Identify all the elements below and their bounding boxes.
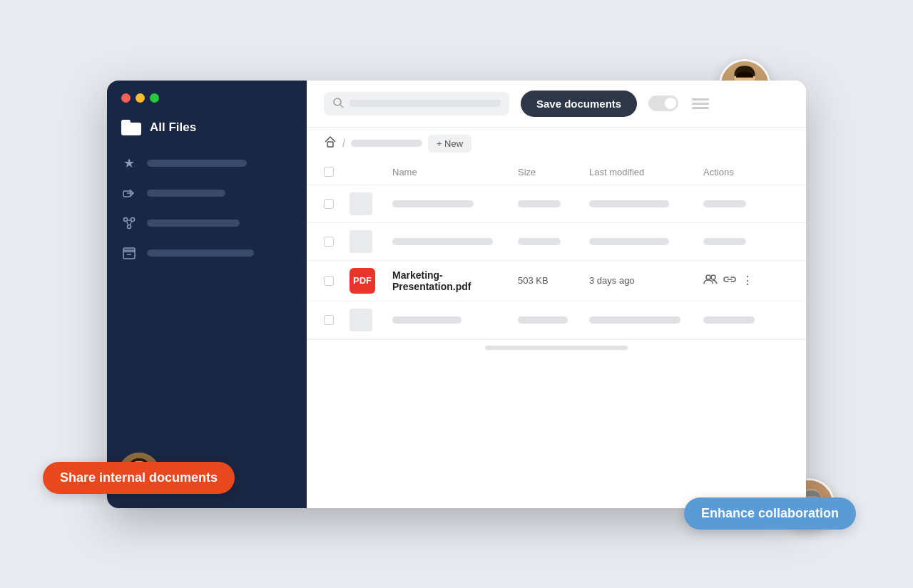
more-options-icon[interactable]: ⋮	[742, 274, 753, 287]
toolbar-line	[692, 107, 709, 109]
main-toolbar: Save documents	[307, 81, 806, 128]
breadcrumb-separator: /	[342, 138, 345, 149]
table-row[interactable]	[307, 223, 806, 261]
row-name	[392, 316, 461, 324]
row-thumbnail	[350, 309, 372, 331]
pdf-file-row[interactable]: PDF Marketing-Presentation.pdf 503 KB 3 …	[307, 261, 806, 301]
table-row[interactable]	[307, 301, 806, 339]
row-size	[518, 316, 568, 324]
svg-point-19	[128, 225, 131, 228]
traffic-red[interactable]	[121, 93, 131, 103]
sidebar-all-files[interactable]: All Files	[107, 113, 307, 148]
pdf-size: 503 KB	[518, 275, 589, 286]
svg-line-21	[126, 221, 128, 225]
row-date	[589, 316, 680, 324]
file-table: Name Size Last modified Actions	[307, 160, 806, 508]
svg-point-35	[334, 98, 341, 105]
sidebar-item-label	[147, 160, 247, 167]
toolbar-lines	[690, 96, 711, 111]
svg-line-36	[340, 105, 343, 108]
col-name-header: Name	[392, 167, 518, 177]
folder-icon	[121, 120, 141, 135]
browser-window: All Files ★	[107, 81, 806, 508]
svg-line-22	[130, 221, 132, 225]
share-in-icon	[121, 215, 137, 231]
sidebar: All Files ★	[107, 81, 307, 508]
search-icon	[332, 97, 344, 110]
svg-point-17	[124, 217, 128, 221]
save-documents-button[interactable]: Save documents	[521, 91, 637, 117]
row-checkbox[interactable]	[324, 315, 334, 325]
row-actions	[703, 238, 746, 245]
row-checkbox[interactable]	[324, 237, 334, 247]
traffic-green[interactable]	[150, 93, 159, 103]
scrollbar-area	[307, 339, 806, 356]
table-header: Name Size Last modified Actions	[307, 160, 806, 185]
svg-point-18	[131, 217, 135, 221]
traffic-lights	[107, 81, 307, 113]
share-internal-badge: Share internal documents	[43, 462, 235, 494]
search-bar[interactable]	[324, 92, 509, 115]
share-users-icon[interactable]	[703, 274, 718, 288]
sidebar-item-label	[147, 249, 254, 257]
new-button[interactable]: + New	[428, 135, 471, 153]
toolbar-line	[692, 103, 709, 105]
pdf-actions: ⋮	[703, 274, 789, 288]
star-icon: ★	[121, 155, 137, 171]
toolbar-line	[692, 98, 709, 100]
sidebar-item-vault[interactable]	[121, 238, 292, 268]
main-content: Save documents / + New	[307, 81, 806, 508]
home-icon[interactable]	[324, 135, 337, 151]
sidebar-item-label	[147, 220, 240, 227]
sidebar-item-starred[interactable]: ★	[121, 148, 292, 178]
row-date	[589, 200, 669, 207]
breadcrumb: / + New	[307, 128, 806, 160]
breadcrumb-path	[351, 140, 422, 147]
select-all-checkbox[interactable]	[324, 167, 334, 177]
row-thumbnail	[350, 192, 372, 215]
row-actions	[703, 316, 755, 324]
sidebar-item-shared-out[interactable]	[121, 178, 292, 208]
enhance-collab-badge: Enhance collaboration	[684, 497, 856, 530]
row-checkbox[interactable]	[324, 199, 334, 209]
row-size	[518, 238, 561, 245]
col-size-header: Size	[518, 167, 589, 177]
share-out-icon	[121, 185, 137, 201]
pdf-date: 3 days ago	[589, 275, 703, 286]
sidebar-item-shared-in[interactable]	[121, 208, 292, 238]
pdf-filename: Marketing-Presentation.pdf	[392, 269, 518, 292]
all-files-label: All Files	[150, 120, 196, 135]
svg-point-38	[706, 275, 710, 279]
row-name	[392, 200, 474, 207]
sidebar-item-label	[147, 190, 225, 197]
svg-rect-15	[123, 191, 131, 197]
col-modified-header: Last modified	[589, 167, 703, 177]
scrollbar-track[interactable]	[485, 346, 628, 350]
row-date	[589, 238, 669, 245]
toolbar-toggle[interactable]	[648, 96, 678, 111]
table-row[interactable]	[307, 185, 806, 223]
scene: All Files ★	[64, 52, 849, 537]
row-size	[518, 200, 561, 207]
row-name	[392, 238, 493, 245]
archive-icon	[121, 245, 137, 261]
pdf-icon: PDF	[350, 268, 375, 294]
row-actions	[703, 200, 746, 207]
link-icon[interactable]	[723, 274, 736, 287]
traffic-yellow[interactable]	[136, 93, 145, 103]
svg-point-39	[711, 275, 715, 279]
pdf-row-checkbox[interactable]	[324, 276, 334, 286]
col-actions-header: Actions	[703, 167, 789, 177]
row-thumbnail	[350, 230, 372, 253]
svg-rect-37	[327, 142, 333, 147]
